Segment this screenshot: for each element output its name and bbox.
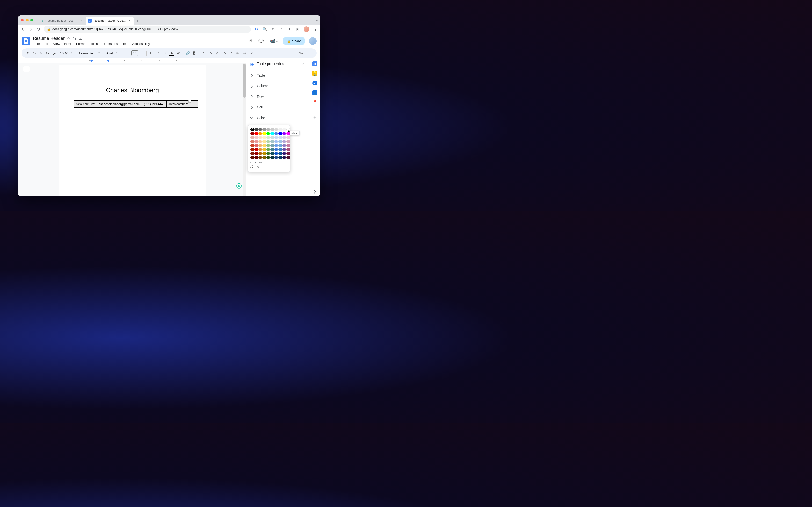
color-swatch[interactable] bbox=[254, 144, 258, 147]
color-swatch[interactable] bbox=[282, 132, 286, 135]
color-swatch[interactable] bbox=[278, 128, 282, 131]
color-swatch[interactable] bbox=[262, 156, 266, 159]
color-swatch[interactable] bbox=[266, 156, 270, 159]
numbered-list-button[interactable]: 1≡▾ bbox=[228, 50, 234, 56]
more-tools-button[interactable]: ⋯ bbox=[258, 50, 264, 56]
color-swatch[interactable] bbox=[258, 128, 262, 131]
color-swatch[interactable] bbox=[250, 148, 254, 151]
color-swatch[interactable] bbox=[266, 152, 270, 155]
extensions-icon[interactable]: ✦ bbox=[287, 27, 292, 32]
color-swatch[interactable] bbox=[250, 140, 254, 144]
section-row[interactable]: ❯Row bbox=[246, 91, 309, 102]
color-swatch[interactable] bbox=[258, 132, 262, 135]
table-cell-phone[interactable]: (621) 799-4448 bbox=[142, 101, 166, 108]
color-swatch[interactable] bbox=[282, 136, 286, 139]
color-swatch[interactable] bbox=[254, 140, 258, 144]
spellcheck-button[interactable]: A✓ bbox=[45, 50, 51, 56]
color-swatch[interactable] bbox=[250, 128, 254, 131]
horizontal-ruler[interactable]: 1 2 3 4 5 6 7 bbox=[33, 59, 242, 63]
color-swatch[interactable] bbox=[286, 148, 290, 151]
redo-button[interactable]: ↷ bbox=[32, 50, 38, 56]
menu-edit[interactable]: Edit bbox=[42, 42, 51, 46]
browser-tab-google-docs[interactable]: Resume Header - Google Docs × bbox=[86, 17, 134, 24]
color-swatch[interactable] bbox=[250, 132, 254, 135]
color-swatch[interactable] bbox=[254, 132, 258, 135]
color-swatch[interactable] bbox=[274, 136, 278, 139]
table-cell-city[interactable]: New York City bbox=[74, 101, 97, 108]
menu-file[interactable]: File bbox=[33, 42, 42, 46]
color-swatch[interactable] bbox=[266, 148, 270, 151]
table-cell-linkedin[interactable]: /in/cbloomberg bbox=[166, 101, 198, 108]
paint-format-button[interactable]: 🖌 bbox=[52, 50, 58, 56]
tasks-icon[interactable]: ✓ bbox=[312, 80, 317, 86]
docs-logo-icon[interactable] bbox=[22, 37, 31, 45]
color-swatch[interactable] bbox=[278, 152, 282, 155]
color-swatch[interactable] bbox=[278, 136, 282, 139]
account-avatar[interactable] bbox=[309, 37, 317, 45]
color-swatch[interactable] bbox=[254, 148, 258, 151]
color-swatch[interactable] bbox=[278, 140, 282, 144]
collapse-rail-button[interactable]: ❯ bbox=[313, 189, 316, 193]
font-size-input[interactable]: 11 bbox=[132, 50, 138, 56]
color-swatch[interactable] bbox=[282, 152, 286, 155]
google-account-icon[interactable]: G bbox=[254, 27, 259, 32]
editing-mode-button[interactable]: ✎ ▾ bbox=[298, 50, 304, 56]
color-swatch[interactable] bbox=[258, 152, 262, 155]
color-swatch[interactable] bbox=[286, 144, 290, 147]
color-swatch[interactable] bbox=[270, 136, 274, 139]
close-sidebar-button[interactable]: ✕ bbox=[302, 62, 305, 66]
text-color-button[interactable]: A bbox=[168, 50, 175, 56]
color-swatch[interactable] bbox=[262, 152, 266, 155]
add-custom-color-button[interactable]: + bbox=[250, 165, 254, 169]
menu-view[interactable]: View bbox=[51, 42, 62, 46]
section-cell[interactable]: ❯Cell bbox=[246, 102, 309, 113]
section-color[interactable]: ❯Color bbox=[246, 113, 309, 123]
color-swatch[interactable] bbox=[286, 156, 290, 159]
browser-tab-resume-builder[interactable]: R Resume Builder | Dashboard × bbox=[37, 17, 86, 24]
color-swatch[interactable] bbox=[258, 148, 262, 151]
scrollbar-thumb[interactable] bbox=[243, 64, 246, 98]
checklist-button[interactable]: ☑▾ bbox=[214, 50, 221, 56]
insert-link-button[interactable]: 🔗 bbox=[185, 50, 191, 56]
menu-tools[interactable]: Tools bbox=[89, 42, 100, 46]
color-swatch[interactable] bbox=[266, 132, 270, 135]
line-spacing-button[interactable]: ≡▾ bbox=[208, 50, 214, 56]
color-swatch[interactable] bbox=[262, 148, 266, 151]
color-swatch[interactable] bbox=[274, 152, 278, 155]
eyedropper-button[interactable]: ✎ bbox=[256, 165, 260, 169]
cloud-status-icon[interactable]: ☁ bbox=[79, 37, 82, 41]
color-swatch[interactable] bbox=[286, 140, 290, 144]
maximize-window-button[interactable] bbox=[31, 18, 33, 21]
zoom-icon[interactable]: 🔍 bbox=[262, 27, 267, 32]
indent-marker-icon[interactable] bbox=[107, 60, 109, 62]
table-row[interactable]: New York City charlesbloomberg@gmail.com… bbox=[74, 101, 198, 108]
color-swatch[interactable] bbox=[258, 136, 262, 139]
contact-table[interactable]: New York City charlesbloomberg@gmail.com… bbox=[74, 101, 198, 108]
grammarly-icon[interactable] bbox=[236, 183, 242, 188]
color-swatch[interactable] bbox=[274, 144, 278, 147]
color-swatch[interactable] bbox=[282, 148, 286, 151]
color-swatch[interactable] bbox=[266, 136, 270, 139]
color-swatch[interactable] bbox=[270, 140, 274, 144]
color-swatch[interactable] bbox=[274, 156, 278, 159]
color-swatch[interactable] bbox=[258, 144, 262, 147]
section-column[interactable]: ❯Column bbox=[246, 80, 309, 91]
color-swatch[interactable] bbox=[286, 136, 290, 139]
increase-font-button[interactable]: + bbox=[139, 50, 145, 56]
close-tab-icon[interactable]: × bbox=[128, 19, 132, 22]
menu-accessibility[interactable]: Accessibility bbox=[131, 42, 152, 46]
color-swatch[interactable] bbox=[262, 140, 266, 144]
contacts-icon[interactable]: 👤 bbox=[312, 90, 317, 95]
color-swatch[interactable] bbox=[270, 132, 274, 135]
color-swatch[interactable] bbox=[254, 152, 258, 155]
italic-button[interactable]: I bbox=[155, 50, 161, 56]
url-field[interactable]: 🔒 docs.google.com/document/d/1qlTa79Az88… bbox=[44, 25, 251, 33]
close-tab-icon[interactable]: × bbox=[80, 19, 83, 22]
comments-icon[interactable]: 💬 bbox=[257, 37, 265, 45]
menu-format[interactable]: Format bbox=[74, 42, 88, 46]
color-swatch[interactable] bbox=[278, 132, 282, 135]
color-swatch[interactable] bbox=[266, 140, 270, 144]
document-title[interactable]: Resume Header bbox=[33, 36, 64, 41]
underline-button[interactable]: U bbox=[162, 50, 168, 56]
color-swatch[interactable] bbox=[250, 152, 254, 155]
